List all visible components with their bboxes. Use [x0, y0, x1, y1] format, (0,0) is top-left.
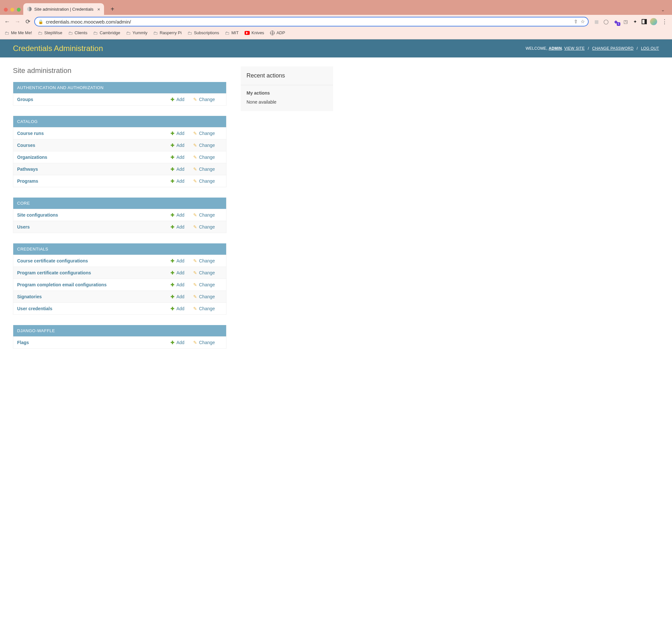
- model-link[interactable]: Course certificate configurations: [17, 258, 171, 263]
- plus-icon: ✚: [171, 155, 174, 160]
- model-link[interactable]: Users: [17, 224, 171, 230]
- change-link[interactable]: ✎Change: [193, 155, 222, 160]
- bookmark-label: Yummly: [133, 30, 147, 35]
- model-link[interactable]: Program certificate configurations: [17, 270, 171, 275]
- tab-overflow-icon[interactable]: ⌄: [661, 7, 669, 15]
- add-link[interactable]: ✚Add: [171, 131, 193, 136]
- module-title[interactable]: Authentication and Authorization: [13, 82, 226, 93]
- add-link[interactable]: ✚Add: [171, 340, 193, 345]
- extension-icon[interactable]: ◆ 6: [613, 19, 619, 25]
- add-link[interactable]: ✚Add: [171, 155, 193, 160]
- model-link[interactable]: Flags: [17, 340, 171, 345]
- view-site-link[interactable]: VIEW SITE: [564, 46, 584, 51]
- add-link[interactable]: ✚Add: [171, 97, 193, 102]
- bookmark-item[interactable]: 🗀Rasperry Pi: [153, 30, 181, 35]
- change-link[interactable]: ✎Change: [193, 270, 222, 275]
- model-row: Site configurations✚Add✎Change: [13, 209, 226, 221]
- pencil-icon: ✎: [193, 167, 197, 172]
- app-module: CatalogCourse runs✚Add✎ChangeCourses✚Add…: [13, 116, 226, 187]
- model-link[interactable]: Program completion email configurations: [17, 282, 171, 287]
- extension-badge: 6: [617, 22, 620, 26]
- reload-button[interactable]: ⟳: [24, 18, 32, 26]
- module-title[interactable]: Credentials: [13, 243, 226, 255]
- add-link[interactable]: ✚Add: [171, 143, 193, 148]
- bookmark-star-icon[interactable]: ☆: [581, 19, 585, 25]
- change-link[interactable]: ✎Change: [193, 224, 222, 230]
- tab-favicon-icon: [27, 7, 32, 11]
- bookmark-item[interactable]: 🗀MIT: [225, 30, 239, 35]
- plus-icon: ✚: [171, 212, 174, 217]
- model-link[interactable]: Pathways: [17, 167, 171, 172]
- model-row: Courses✚Add✎Change: [13, 139, 226, 151]
- brand-title[interactable]: Credentials Administration: [13, 44, 103, 53]
- change-link[interactable]: ✎Change: [193, 167, 222, 172]
- change-label: Change: [199, 179, 215, 184]
- change-link[interactable]: ✎Change: [193, 340, 222, 345]
- change-link[interactable]: ✎Change: [193, 212, 222, 217]
- extensions-puzzle-icon[interactable]: ✦: [632, 19, 638, 25]
- bookmark-item[interactable]: 🗀Yummly: [126, 30, 147, 35]
- window-zoom-icon[interactable]: [17, 8, 21, 11]
- pencil-icon: ✎: [193, 258, 197, 263]
- log-out-link[interactable]: LOG OUT: [641, 46, 659, 51]
- model-link[interactable]: Site configurations: [17, 212, 171, 217]
- module-title[interactable]: Catalog: [13, 116, 226, 127]
- add-link[interactable]: ✚Add: [171, 167, 193, 172]
- model-row: User credentials✚Add✎Change: [13, 302, 226, 315]
- share-icon[interactable]: ⇧: [574, 19, 578, 25]
- url-input[interactable]: [46, 19, 571, 25]
- back-button[interactable]: ←: [3, 18, 11, 26]
- extension-icon[interactable]: ◳: [622, 19, 629, 25]
- bookmark-item[interactable]: 🗀Me Me Me!: [4, 30, 32, 35]
- change-password-link[interactable]: CHANGE PASSWORD: [592, 46, 634, 51]
- change-link[interactable]: ✎Change: [193, 179, 222, 184]
- model-link[interactable]: Course runs: [17, 131, 171, 136]
- change-link[interactable]: ✎Change: [193, 143, 222, 148]
- window-minimize-icon[interactable]: [10, 8, 14, 11]
- extension-icon[interactable]: ▦: [593, 19, 599, 25]
- browser-menu-icon[interactable]: ⋮: [661, 18, 669, 25]
- change-link[interactable]: ✎Change: [193, 97, 222, 102]
- window-close-icon[interactable]: [4, 8, 8, 11]
- panel-icon[interactable]: [642, 19, 647, 24]
- address-bar[interactable]: 🔒 ⇧ ☆: [34, 17, 589, 27]
- pencil-icon: ✎: [193, 306, 197, 311]
- model-link[interactable]: User credentials: [17, 306, 171, 311]
- model-row: Program completion email configurations✚…: [13, 278, 226, 291]
- bookmark-item[interactable]: ADP: [270, 30, 285, 35]
- tab-close-icon[interactable]: ×: [97, 6, 100, 12]
- change-link[interactable]: ✎Change: [193, 306, 222, 311]
- change-link[interactable]: ✎Change: [193, 258, 222, 263]
- add-link[interactable]: ✚Add: [171, 212, 193, 217]
- module-title[interactable]: Core: [13, 198, 226, 209]
- add-link[interactable]: ✚Add: [171, 294, 193, 299]
- new-tab-button[interactable]: +: [108, 4, 117, 13]
- model-link[interactable]: Groups: [17, 97, 171, 102]
- model-link[interactable]: Signatories: [17, 294, 171, 299]
- bookmark-item[interactable]: 🗀StepWise: [38, 30, 62, 35]
- add-link[interactable]: ✚Add: [171, 306, 193, 311]
- bookmark-item[interactable]: 🗀Subscriptions: [187, 30, 219, 35]
- extension-icon[interactable]: ◯: [603, 19, 609, 25]
- tab-title: Site administration | Credentials: [34, 7, 95, 11]
- module-title[interactable]: Django-Waffle: [13, 325, 226, 336]
- change-link[interactable]: ✎Change: [193, 294, 222, 299]
- bookmark-item[interactable]: Knives: [245, 30, 264, 35]
- change-link[interactable]: ✎Change: [193, 131, 222, 136]
- add-link[interactable]: ✚Add: [171, 258, 193, 263]
- bookmark-label: Cambridge: [100, 30, 120, 35]
- plus-icon: ✚: [171, 306, 174, 311]
- add-link[interactable]: ✚Add: [171, 270, 193, 275]
- model-row: Flags✚Add✎Change: [13, 336, 226, 348]
- add-link[interactable]: ✚Add: [171, 224, 193, 230]
- bookmark-item[interactable]: 🗀Clients: [68, 30, 88, 35]
- profile-avatar[interactable]: [650, 18, 657, 25]
- browser-tab[interactable]: Site administration | Credentials ×: [23, 3, 104, 15]
- model-link[interactable]: Courses: [17, 143, 171, 148]
- model-link[interactable]: Organizations: [17, 155, 171, 160]
- add-link[interactable]: ✚Add: [171, 179, 193, 184]
- model-link[interactable]: Programs: [17, 179, 171, 184]
- change-link[interactable]: ✎Change: [193, 282, 222, 287]
- add-link[interactable]: ✚Add: [171, 282, 193, 287]
- bookmark-item[interactable]: 🗀Cambridge: [93, 30, 120, 35]
